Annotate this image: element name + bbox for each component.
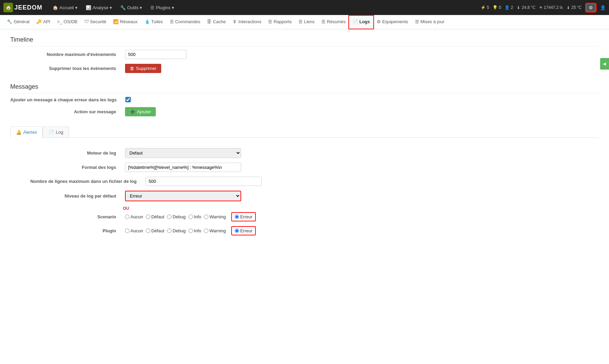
subnav-mises-a-jour[interactable]: ☰ Mises à jour [412,16,448,29]
format-input[interactable] [125,163,241,172]
plugin-aucun[interactable]: Aucun [125,228,143,233]
nav-right: ⚡ 5 💡 0 👤 2 🌡 24.8 °C ☀ 17447.2 lx 🌡 25 … [481,3,606,12]
tab-log[interactable]: 📄 Log [43,127,69,137]
add-message-row: Ajouter un message à chaque erreur dans … [10,97,599,102]
scenario-info[interactable]: Info [189,214,202,219]
scenario-erreur[interactable]: Erreur [235,214,252,219]
plugin-label: Plugin [10,228,120,233]
nav-analyse[interactable]: 📊 Analyse ▾ [82,3,115,12]
tab-alertes[interactable]: 🔔 Alertes [10,127,43,138]
plugin-debug[interactable]: Debug [167,228,185,233]
add-message-label: Ajouter un message à chaque erreur dans … [10,97,120,102]
subnav-general[interactable]: 🔧 Général [3,16,33,29]
subnav-resumes[interactable]: ☰ Résumés [318,16,349,29]
plugin-erreur[interactable]: Erreur [235,228,252,233]
niveau-label: Niveau de log par défaut [10,193,120,199]
logo-icon: 🏠 [3,3,13,12]
subnav-osdb[interactable]: >_ OS/DB [54,16,81,29]
nav-outils[interactable]: 🔧 Outils ▾ [117,3,146,12]
moteur-label: Moteur de log [10,150,120,156]
nav-accueil[interactable]: 🏠 Accueil ▾ [49,3,81,12]
warning-count: 💡 0 [493,5,501,10]
max-lines-row: Nombre de lignes maximum dans un fichier… [10,177,599,186]
plugin-radio-group: Aucun Défaut Debug Info Warning [125,228,226,233]
timeline-section: Timeline Nombre maximum d'évènements Sup… [10,36,599,73]
subnav-securite[interactable]: 🛡 Securité [81,16,110,29]
nav-menu: 🏠 Accueil ▾ 📊 Analyse ▾ 🔧 Outils ▾ ☰ Plu… [49,3,481,12]
subnav-tuiles[interactable]: 💧 Tuiles [141,16,166,29]
max-lines-label: Nombre de lignes maximum dans un fichier… [10,179,140,184]
messages-title: Messages [10,83,599,93]
subnav-equipements[interactable]: ⚙ Equipements [373,16,412,29]
scenario-aucun[interactable]: Aucun [125,214,143,219]
plugin-row: Plugin Aucun Défaut Debug Info Warning E… [10,226,599,235]
format-label: Format des logs [10,165,120,170]
brand[interactable]: 🏠 JEEDOM [3,3,42,12]
sub-navbar: 🔧 Général 🔑 API >_ OS/DB 🛡 Securité 📶 Ré… [0,15,609,29]
ou-separator: OU [123,206,599,211]
brand-text: JEEDOM [14,4,42,11]
delete-events-label: Supprimer tous les évènements [10,66,120,71]
lux: ☀ 17447.2 lx [539,5,563,10]
plugin-erreur-group: Erreur [231,226,256,235]
subnav-interactions[interactable]: 🎙 Interactions [229,16,265,29]
messages-section: Messages Ajouter un message à chaque err… [10,83,599,116]
add-message-checkbox[interactable] [125,97,131,102]
log-section: Moteur de log Defaut Syslog Fichier Form… [10,145,599,244]
subnav-commandes[interactable]: ☰ Commandes [166,16,204,29]
max-events-row: Nombre maximum d'évènements [10,50,599,59]
plugin-info[interactable]: Info [189,228,202,233]
timeline-title: Timeline [10,36,599,46]
alert-count: ⚡ 5 [481,5,489,10]
main-content: Timeline Nombre maximum d'évènements Sup… [0,29,609,364]
scenario-erreur-group: Erreur [231,212,256,221]
niveau-select[interactable]: Aucun Défaut Debug Info Warning Erreur [125,191,241,201]
subnav-logs[interactable]: 📄 Logs [349,16,373,29]
scenario-debug[interactable]: Debug [167,214,185,219]
moteur-select[interactable]: Defaut Syslog Fichier [125,148,241,158]
subnav-cache[interactable]: 🗄 Cache [204,16,229,29]
subnav-liens[interactable]: ☰ Liens [295,16,318,29]
max-events-input[interactable] [125,50,186,59]
scenario-label: Scenario [10,214,120,219]
scenario-row: Scenario Aucun Défaut Debug Info Warning… [10,212,599,221]
plugin-defaut[interactable]: Défaut [146,228,164,233]
temp2: 🌡 25 °C [566,5,582,10]
format-row: Format des logs [10,163,599,172]
action-message-label: Action sur message [10,109,120,114]
niveau-row: Niveau de log par défaut Aucun Défaut De… [10,191,599,201]
action-message-row: Action sur message ➕ Ajouter [10,107,599,116]
tabs-container: 🔔 Alertes 📄 Log [10,127,599,138]
side-panel-button[interactable]: ◀ [600,58,609,70]
user-button[interactable]: 👤 [600,5,606,10]
temp1: 🌡 24.8 °C [516,5,536,10]
max-lines-input[interactable] [146,177,262,186]
subnav-rapports[interactable]: ☰ Rapports [265,16,295,29]
scenario-radio-group: Aucun Défaut Debug Info Warning [125,214,226,219]
error-count: 👤 2 [504,5,513,10]
gear-button[interactable]: ⚙ [586,3,596,12]
add-action-button[interactable]: ➕ Ajouter [125,107,156,116]
delete-events-button[interactable]: 🗑 Supprimer [125,64,161,73]
nav-plugins[interactable]: ☰ Plugins ▾ [147,3,178,12]
scenario-defaut[interactable]: Défaut [146,214,164,219]
max-events-label: Nombre maximum d'évènements [10,52,120,57]
delete-events-row: Supprimer tous les évènements 🗑 Supprime… [10,64,599,73]
main-navbar: 🏠 JEEDOM 🏠 Accueil ▾ 📊 Analyse ▾ 🔧 Outil… [0,0,609,15]
subnav-api[interactable]: 🔑 API [33,16,54,29]
scenario-warning[interactable]: Warning [204,214,226,219]
moteur-row: Moteur de log Defaut Syslog Fichier [10,148,599,158]
status-items: ⚡ 5 💡 0 👤 2 🌡 24.8 °C ☀ 17447.2 lx 🌡 25 … [481,5,582,10]
subnav-reseaux[interactable]: 📶 Réseaux [110,16,141,29]
plugin-warning[interactable]: Warning [204,228,226,233]
